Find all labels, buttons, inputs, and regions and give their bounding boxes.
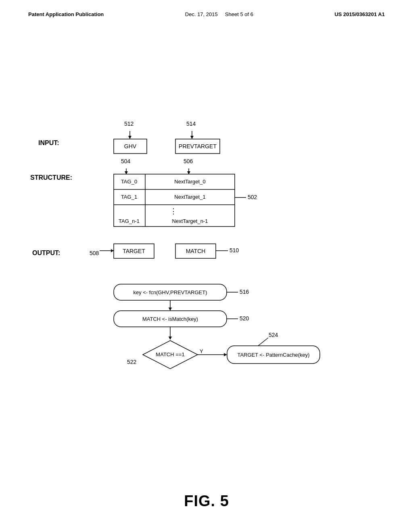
tag0-text: TAG_0 <box>121 179 137 185</box>
target-cache-text: TARGET <- PatternCache(key) <box>237 352 309 358</box>
tag1-text: TAG_1 <box>121 194 137 200</box>
sheet-label: Sheet 5 of 6 <box>225 11 253 17</box>
ref-504: 504 <box>121 158 131 164</box>
patent-number-label: US 2015/0363201 A1 <box>334 11 385 17</box>
nexttarget0-text: NextTarget_0 <box>174 179 205 185</box>
header: Patent Application Publication Dec. 17, … <box>0 0 413 17</box>
ref-522: 522 <box>127 359 137 365</box>
ref-506: 506 <box>184 158 193 164</box>
header-right: US 2015/0363201 A1 <box>334 11 385 17</box>
nexttargetn1-text: NextTarget_n-1 <box>172 218 208 224</box>
match-text: MATCH <box>186 248 206 254</box>
y-label: Y <box>200 348 203 354</box>
ref-502: 502 <box>248 194 257 200</box>
ghv-text: GHV <box>124 143 137 150</box>
ellipsis: ⋮ <box>170 207 177 215</box>
target-text: TARGET <box>123 248 145 254</box>
svg-marker-13 <box>111 249 114 252</box>
tagn1-text: TAG_n-1 <box>119 218 140 224</box>
svg-line-23 <box>258 338 268 346</box>
prevtarget-text: PREVTARGET <box>179 143 217 150</box>
ref-512: 512 <box>124 121 134 127</box>
svg-marker-3 <box>190 136 194 139</box>
diagram-svg: INPUT: 512 514 GHV PREVTARGET STRUCTURE:… <box>0 24 413 532</box>
structure-label: STRUCTURE: <box>30 174 72 181</box>
svg-marker-20 <box>169 337 172 340</box>
ref-510: 510 <box>229 247 239 254</box>
header-left: Patent Application Publication <box>28 11 104 17</box>
ref-524: 524 <box>269 332 278 338</box>
header-center: Dec. 17, 2015 Sheet 5 of 6 <box>185 11 253 17</box>
date-label: Dec. 17, 2015 <box>185 11 218 17</box>
ref-514: 514 <box>186 121 196 127</box>
publication-label: Patent Application Publication <box>28 11 104 17</box>
svg-marker-1 <box>128 136 131 139</box>
input-label: INPUT: <box>38 139 59 146</box>
fig-label-text: FIG. 5 <box>184 493 229 509</box>
page: Patent Application Publication Dec. 17, … <box>0 0 413 532</box>
svg-marker-22 <box>224 353 227 356</box>
figure-label: FIG. 5 <box>184 493 229 510</box>
output-label: OUTPUT: <box>32 249 60 256</box>
key-fcn-text: key <- fcn(GHV,PREVTARGET) <box>133 289 207 295</box>
ref-520: 520 <box>240 315 249 322</box>
svg-marker-17 <box>169 308 172 311</box>
match-eq1-text: MATCH ==1 <box>156 351 184 357</box>
ref-508: 508 <box>90 250 99 256</box>
nexttarget1-text: NextTarget_1 <box>174 194 205 200</box>
ref-516: 516 <box>240 289 249 295</box>
match-ismatch-text: MATCH <- isMatch(key) <box>142 316 198 322</box>
